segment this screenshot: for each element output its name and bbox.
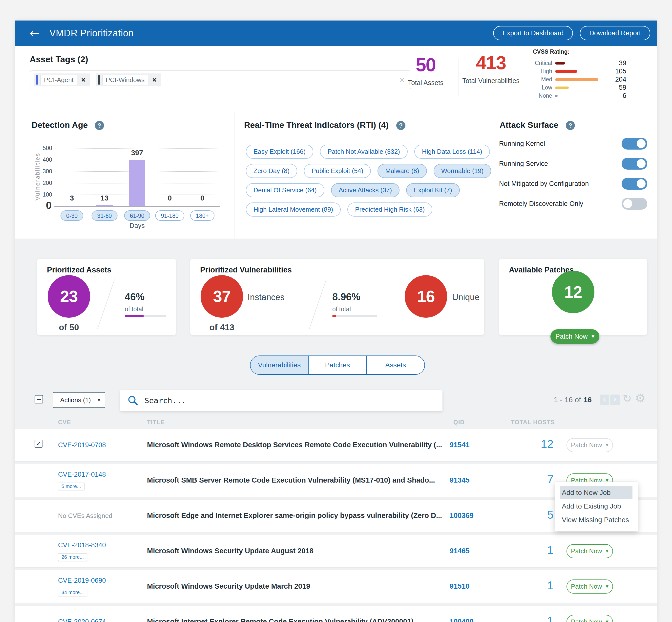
chart-range-pill[interactable]: 91-180 bbox=[155, 210, 184, 221]
more-cves-chip[interactable]: 34 more... bbox=[58, 589, 87, 596]
rti-pill[interactable]: High Data Loss (114) bbox=[414, 145, 490, 159]
qid-cell[interactable]: 91541 bbox=[450, 441, 470, 449]
cvss-count: 6 bbox=[602, 92, 626, 100]
chart-x-axis-label: Days bbox=[122, 222, 152, 230]
unique-circle: 16 bbox=[405, 275, 447, 318]
total-hosts-cell: 1 bbox=[510, 614, 553, 622]
vulnerability-title: Microsoft Internet Explorer Remote Code … bbox=[147, 618, 414, 622]
back-arrow-icon[interactable]: ← bbox=[30, 27, 40, 39]
chart-bar bbox=[129, 160, 145, 206]
settings-gear-icon[interactable]: ⚙ bbox=[635, 391, 645, 405]
patch-menu-item[interactable]: Add to Existing Job bbox=[555, 499, 638, 513]
tab-assets[interactable]: Assets bbox=[366, 356, 424, 374]
cve-cell[interactable]: CVE-2020-0674 bbox=[58, 618, 106, 622]
cvss-severity-label: Low bbox=[515, 84, 552, 91]
search-bar[interactable] bbox=[120, 390, 443, 411]
attack-surface-row: Remotely Discoverable Only bbox=[499, 198, 647, 210]
chart-range-pill[interactable]: 0-30 bbox=[61, 210, 83, 221]
column-header-cve: CVE bbox=[58, 419, 71, 426]
more-cves-chip[interactable]: 5 more... bbox=[58, 483, 84, 490]
rti-pill-row: Denial Of Service (64)Active Attacks (37… bbox=[246, 183, 491, 197]
prioritized-vulnerabilities-title: Prioritized Vulnerabilities bbox=[200, 266, 292, 274]
rti-pill[interactable]: Public Exploit (54) bbox=[304, 164, 371, 178]
tab-vulnerabilities[interactable]: Vulnerabilities bbox=[251, 356, 308, 374]
rti-help-icon[interactable] bbox=[396, 121, 405, 130]
patch-now-button[interactable]: Patch Now▼ bbox=[566, 544, 613, 558]
patch-now-button[interactable]: Patch Now▼ bbox=[566, 580, 613, 594]
detection-age-heading: Detection Age bbox=[32, 120, 88, 130]
rti-pill[interactable]: High Lateral Movement (89) bbox=[246, 203, 341, 216]
remove-tag-icon[interactable]: × bbox=[81, 76, 85, 83]
patch-now-button[interactable]: Patch Now ▼ bbox=[551, 329, 599, 344]
more-cves-chip[interactable]: 26 more... bbox=[58, 553, 87, 561]
cvss-row: Critical39 bbox=[515, 59, 626, 67]
qid-cell[interactable]: 100400 bbox=[450, 618, 474, 622]
rti-pill[interactable]: Active Attacks (37) bbox=[331, 183, 400, 197]
remove-tag-icon[interactable]: × bbox=[152, 76, 156, 83]
unique-label: Unique bbox=[452, 292, 480, 302]
tab-patches[interactable]: Patches bbox=[308, 356, 366, 374]
toggle-switch[interactable] bbox=[622, 138, 647, 149]
table-row: CVE-2018-834026 more...Microsoft Windows… bbox=[15, 535, 657, 567]
asset-tag[interactable]: PCI-Agent× bbox=[34, 73, 90, 86]
cvss-severity-label: None bbox=[515, 93, 552, 99]
export-to-dashboard-button[interactable]: Export to Dashboard bbox=[493, 26, 573, 40]
asset-tag-label: PCI-Windows bbox=[102, 75, 148, 85]
rti-heading: Real-Time Threat Indicators (RTI) (4) bbox=[244, 120, 388, 130]
select-all-checkbox[interactable] bbox=[35, 395, 43, 404]
next-page-icon[interactable]: › bbox=[610, 394, 620, 405]
search-input[interactable] bbox=[144, 396, 443, 405]
rti-pill[interactable]: Malware (8) bbox=[377, 164, 427, 178]
cve-cell[interactable]: CVE-2017-0148 bbox=[58, 471, 106, 478]
patch-now-button[interactable]: Patch Now▼ bbox=[566, 438, 613, 452]
column-header-total-hosts: TOTAL HOSTS bbox=[511, 419, 555, 426]
total-assets-stat: 50 Total Assets bbox=[402, 55, 449, 87]
actions-dropdown[interactable]: Actions (1) ▼ bbox=[53, 392, 105, 408]
chart-range-pill[interactable]: 31-60 bbox=[92, 210, 118, 221]
asset-tag[interactable]: PCI-Windows× bbox=[96, 73, 161, 86]
indeterminate-icon bbox=[37, 399, 41, 400]
tag-color-bar bbox=[98, 75, 100, 84]
rti-pill[interactable]: Exploit Kit (7) bbox=[406, 183, 460, 197]
qid-cell[interactable]: 91465 bbox=[450, 547, 470, 555]
cve-cell[interactable]: CVE-2019-0708 bbox=[58, 441, 106, 449]
instances-label: Instances bbox=[248, 292, 285, 302]
asset-tags-input[interactable]: PCI-Agent×PCI-Windows× × bbox=[30, 70, 411, 89]
previous-page-icon[interactable]: ‹ bbox=[600, 394, 609, 405]
total-hosts-cell: 12 bbox=[510, 437, 553, 451]
toggle-switch[interactable] bbox=[622, 178, 647, 189]
rti-pill[interactable]: Patch Not Available (332) bbox=[320, 145, 408, 159]
patch-now-label: Patch Now bbox=[571, 583, 602, 590]
rti-pill[interactable]: Predicted High Risk (63) bbox=[347, 203, 432, 216]
rti-pill[interactable]: Denial Of Service (64) bbox=[246, 183, 324, 197]
toggle-switch[interactable] bbox=[622, 198, 647, 210]
patch-menu-item[interactable]: View Missing Patches bbox=[555, 513, 638, 526]
detection-age-help-icon[interactable] bbox=[95, 121, 104, 130]
patch-menu-item[interactable]: Add to New Job bbox=[560, 486, 632, 499]
cve-cell[interactable]: CVE-2018-8340 bbox=[58, 542, 106, 549]
rti-pill[interactable]: Wormable (19) bbox=[434, 164, 491, 178]
cvss-severity-bar bbox=[555, 95, 558, 97]
refresh-icon[interactable]: ↻ bbox=[623, 392, 632, 405]
chart-range-pill[interactable]: 180+ bbox=[190, 210, 215, 221]
chart-value-label: 3 bbox=[55, 194, 88, 202]
download-report-button[interactable]: Download Report bbox=[580, 26, 650, 40]
total-hosts-cell: 1 bbox=[510, 543, 553, 557]
chart-range-pill[interactable]: 61-90 bbox=[124, 210, 150, 221]
cve-cell[interactable]: CVE-2019-0690 bbox=[58, 577, 106, 584]
toggle-switch[interactable] bbox=[622, 158, 647, 170]
qid-cell[interactable]: 91345 bbox=[450, 476, 470, 484]
view-tabs: VulnerabilitiesPatchesAssets bbox=[250, 355, 425, 375]
qid-cell[interactable]: 100369 bbox=[450, 512, 474, 520]
qid-cell[interactable]: 91510 bbox=[450, 582, 470, 590]
total-hosts-cell: 5 bbox=[510, 508, 553, 521]
rti-pill[interactable]: Zero Day (8) bbox=[246, 164, 297, 178]
cvss-row: High105 bbox=[515, 67, 626, 75]
row-checkbox[interactable]: ✓ bbox=[35, 440, 42, 448]
chart-bar bbox=[64, 206, 80, 206]
unique-value: 16 bbox=[417, 287, 435, 306]
patch-now-button[interactable]: Patch Now▼ bbox=[566, 615, 613, 622]
rti-pill[interactable]: Easy Exploit (166) bbox=[246, 145, 313, 159]
attack-surface-help-icon[interactable] bbox=[566, 121, 575, 130]
card-divider bbox=[309, 279, 327, 329]
